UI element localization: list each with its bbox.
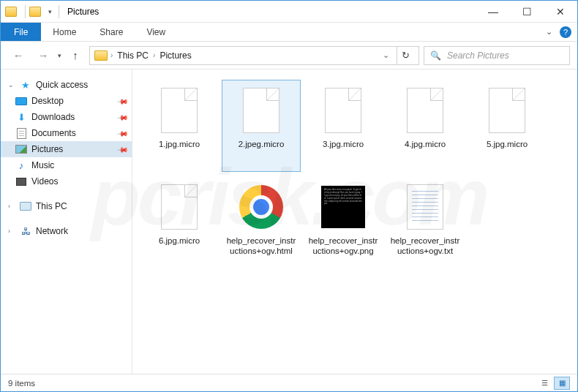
breadcrumb-pictures[interactable]: Pictures bbox=[158, 50, 192, 61]
navbar: ← → ▾ ↑ › This PC › Pictures ⌄ ↻ 🔍 bbox=[1, 42, 577, 69]
pin-icon: 📌 bbox=[117, 95, 129, 107]
file-icon bbox=[161, 88, 198, 133]
forward-button[interactable]: → bbox=[33, 45, 53, 66]
file-name: 1.jpg.micro bbox=[159, 139, 200, 149]
file-grid[interactable]: 1.jpg.micro2.jpeg.micro3.jpg.micro4.jpg.… bbox=[132, 69, 577, 374]
file-icon bbox=[489, 88, 525, 133]
sidebar-item-label: Music bbox=[31, 160, 54, 170]
file-name: 2.jpeg.micro bbox=[239, 139, 285, 149]
maximize-button[interactable]: ☐ bbox=[510, 1, 544, 23]
breadcrumb-this-pc[interactable]: This PC bbox=[116, 50, 150, 61]
app-icon[interactable] bbox=[5, 7, 17, 17]
file-name: 5.jpg.micro bbox=[487, 139, 528, 149]
window-title: Pictures bbox=[67, 7, 99, 17]
content-area: ⌄ ★ Quick access Desktop📌⬇Downloads📌Docu… bbox=[1, 69, 577, 374]
help-icon[interactable]: ? bbox=[560, 26, 571, 38]
statusbar: 9 items ☰ ▦ bbox=[1, 374, 577, 391]
file-item[interactable]: 3.jpg.micro bbox=[304, 80, 383, 172]
png-thumbnail: All your files were encrypted. To get th… bbox=[321, 186, 365, 228]
chevron-right-icon[interactable]: › bbox=[153, 51, 155, 59]
sidebar-quick-access[interactable]: ⌄ ★ Quick access bbox=[1, 77, 132, 93]
address-dropdown-icon[interactable]: ⌄ bbox=[378, 50, 394, 60]
chrome-icon bbox=[239, 185, 283, 229]
tab-share[interactable]: Share bbox=[88, 23, 135, 41]
file-item[interactable]: 2.jpeg.micro bbox=[222, 80, 301, 172]
sidebar-item-label: Pictures bbox=[31, 144, 63, 154]
sidebar-item-music[interactable]: ♪Music bbox=[1, 157, 132, 173]
documents-icon bbox=[17, 128, 26, 139]
expand-icon[interactable]: › bbox=[8, 227, 15, 235]
pc-icon bbox=[20, 202, 31, 211]
file-item[interactable]: help_recover_instructions+ogv.txt bbox=[386, 176, 465, 268]
music-icon: ♪ bbox=[19, 160, 24, 171]
back-button[interactable]: ← bbox=[8, 45, 29, 66]
navigation-pane: ⌄ ★ Quick access Desktop📌⬇Downloads📌Docu… bbox=[1, 69, 132, 374]
file-icon bbox=[325, 88, 361, 133]
item-count: 9 items bbox=[8, 379, 35, 388]
sidebar-item-label: Downloads bbox=[31, 112, 75, 122]
pin-icon: 📌 bbox=[117, 127, 129, 139]
sidebar-item-documents[interactable]: Documents📌 bbox=[1, 125, 132, 141]
file-icon bbox=[161, 184, 198, 230]
thumbnails-view-button[interactable]: ▦ bbox=[554, 377, 570, 390]
videos-icon bbox=[16, 178, 26, 186]
file-item[interactable]: 4.jpg.micro bbox=[386, 80, 465, 172]
details-view-button[interactable]: ☰ bbox=[536, 377, 552, 390]
up-button[interactable]: ↑ bbox=[66, 46, 85, 65]
close-button[interactable]: ✕ bbox=[544, 1, 577, 23]
address-bar[interactable]: › This PC › Pictures ⌄ ↻ bbox=[89, 46, 419, 65]
file-name: 3.jpg.micro bbox=[323, 139, 364, 149]
file-name: 4.jpg.micro bbox=[405, 139, 446, 149]
sidebar-item-videos[interactable]: Videos bbox=[1, 173, 132, 189]
sidebar-label: This PC bbox=[36, 201, 67, 211]
file-item[interactable]: 6.jpg.micro bbox=[140, 176, 219, 268]
minimize-button[interactable]: — bbox=[476, 1, 510, 23]
file-name: help_recover_instructions+ogv.png bbox=[307, 235, 379, 257]
star-icon: ★ bbox=[20, 80, 31, 90]
ribbon-tabs: File Home Share View ⌄ ? bbox=[1, 23, 577, 42]
file-tab[interactable]: File bbox=[1, 23, 41, 41]
expand-icon[interactable]: ⌄ bbox=[8, 81, 15, 88]
file-item[interactable]: 5.jpg.micro bbox=[468, 80, 547, 172]
view-switcher: ☰ ▦ bbox=[536, 377, 570, 390]
chevron-right-icon[interactable]: › bbox=[110, 51, 113, 59]
location-icon bbox=[94, 50, 108, 61]
ribbon-collapse-icon[interactable]: ⌄ bbox=[546, 27, 552, 37]
titlebar: ▾ Pictures — ☐ ✕ bbox=[1, 1, 577, 23]
sidebar-item-downloads[interactable]: ⬇Downloads📌 bbox=[1, 109, 132, 125]
sidebar-item-pictures[interactable]: Pictures📌 bbox=[1, 141, 132, 157]
file-name: 6.jpg.micro bbox=[159, 235, 200, 246]
tab-view[interactable]: View bbox=[135, 23, 177, 41]
explorer-window: ▾ Pictures — ☐ ✕ File Home Share View ⌄ … bbox=[0, 0, 578, 392]
file-icon bbox=[407, 88, 443, 133]
file-item[interactable]: 1.jpg.micro bbox=[140, 80, 219, 172]
network-icon: 🖧 bbox=[20, 226, 31, 236]
downloads-icon: ⬇ bbox=[18, 112, 26, 123]
sidebar-label: Network bbox=[36, 226, 68, 236]
desktop-icon bbox=[15, 97, 27, 105]
pin-icon: 📌 bbox=[117, 143, 129, 155]
search-box[interactable]: 🔍 bbox=[424, 46, 570, 65]
history-dropdown-icon[interactable]: ▾ bbox=[58, 52, 61, 59]
search-icon: 🔍 bbox=[430, 50, 441, 61]
qat-divider-2 bbox=[59, 5, 59, 18]
sidebar-item-desktop[interactable]: Desktop📌 bbox=[1, 93, 132, 109]
qat-dropdown-icon[interactable]: ▾ bbox=[48, 8, 52, 15]
refresh-button[interactable]: ↻ bbox=[397, 47, 414, 64]
file-icon bbox=[243, 88, 279, 133]
qat-folder-icon[interactable] bbox=[29, 7, 41, 17]
file-name: help_recover_instructions+ogv.txt bbox=[389, 235, 461, 257]
expand-icon[interactable]: › bbox=[8, 203, 15, 210]
file-name: help_recover_instructions+ogv.html bbox=[225, 235, 297, 257]
pictures-icon bbox=[15, 145, 27, 154]
sidebar-network[interactable]: › 🖧 Network bbox=[1, 223, 132, 239]
tab-home[interactable]: Home bbox=[41, 23, 88, 41]
search-input[interactable] bbox=[447, 50, 563, 61]
sidebar-item-label: Videos bbox=[31, 176, 58, 186]
sidebar-item-label: Documents bbox=[31, 128, 76, 138]
file-item[interactable]: All your files were encrypted. To get th… bbox=[304, 176, 383, 268]
pin-icon: 📌 bbox=[117, 111, 129, 123]
file-item[interactable]: help_recover_instructions+ogv.html bbox=[222, 176, 301, 268]
sidebar-label: Quick access bbox=[36, 80, 88, 90]
sidebar-this-pc[interactable]: › This PC bbox=[1, 198, 132, 214]
